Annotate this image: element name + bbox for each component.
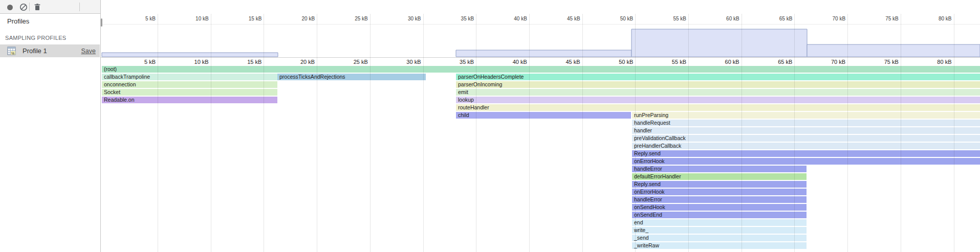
flame-bar-write_[interactable]: write_	[632, 227, 807, 234]
ruler-tick-label: 80 kB	[915, 59, 952, 65]
overview-memory-segment[interactable]	[102, 53, 278, 57]
flame-bar-handleError[interactable]: handleError	[632, 196, 807, 203]
ruler-tick-label: 65 kB	[755, 16, 792, 21]
flame-bar-Readable.on[interactable]: Readable.on	[102, 97, 277, 103]
flame-bar-Reply.send[interactable]: Reply.send	[632, 150, 980, 157]
profile-name: Profile 1	[23, 47, 47, 55]
flame-bar-callbackTrampoline[interactable]: callbackTrampoline	[102, 74, 277, 80]
ruler-tick-label: 15 kB	[225, 16, 262, 21]
ruler-tick-label: 25 kB	[331, 59, 368, 65]
ruler-tick-label: 20 kB	[278, 59, 315, 65]
flame-bar-runPreParsing[interactable]: runPreParsing	[632, 112, 980, 119]
overview-memory-segment[interactable]	[631, 29, 807, 57]
flame-bar-onSendEnd[interactable]: onSendEnd	[632, 212, 807, 218]
ruler-tick-label: 50 kB	[596, 16, 633, 21]
svg-text:%: %	[11, 52, 14, 55]
record-button[interactable]	[7, 5, 13, 10]
ruler-tick-label: 30 kB	[384, 59, 421, 65]
flame-bar-onErrorHook[interactable]: onErrorHook	[632, 158, 980, 165]
flame-bar-defaultErrorHandler[interactable]: defaultErrorHandler	[632, 173, 807, 180]
allocation-flame-chart: (root)callbackTrampolineprocessTicksAndR…	[101, 65, 980, 252]
flame-bar-lookup[interactable]: lookup	[456, 97, 980, 103]
profile-table-icon: %	[7, 47, 16, 55]
profiles-sidebar: Profiles SAMPLING PROFILES % Profile 1 S…	[0, 14, 100, 252]
clear-icon	[19, 3, 28, 12]
clear-profiles-button[interactable]	[19, 3, 28, 12]
flame-bar-_writeRaw[interactable]: _writeRaw	[632, 242, 807, 249]
sidebar-title: Profiles	[7, 17, 29, 25]
flame-bar-routeHandler[interactable]: routeHandler	[456, 104, 980, 111]
flame-bar-preValidationCallback[interactable]: preValidationCallback	[632, 135, 980, 142]
sampling-chart-pane: 5 kB10 kB15 kB20 kB25 kB30 kB35 kB40 kB4…	[100, 0, 980, 252]
ruler-tick-label: 5 kB	[119, 16, 156, 21]
ruler-tick-label: 25 kB	[331, 16, 368, 21]
save-profile-link[interactable]: Save	[81, 48, 96, 55]
flame-bar-onErrorHook[interactable]: onErrorHook	[632, 189, 807, 195]
ruler-tick-label: 40 kB	[490, 59, 527, 65]
overview-size-ruler: 5 kB10 kB15 kB20 kB25 kB30 kB35 kB40 kB4…	[101, 14, 980, 25]
sidebar-item-profile-1[interactable]: % Profile 1 Save	[0, 44, 100, 57]
flame-bar-handler[interactable]: handler	[632, 127, 980, 134]
ruler-tick-label: 20 kB	[278, 16, 315, 21]
flamechart-size-ruler: 5 kB10 kB15 kB20 kB25 kB30 kB35 kB40 kB4…	[101, 57, 980, 65]
ruler-tick-label: 5 kB	[119, 59, 156, 65]
flame-bar-Socket[interactable]: Socket	[102, 89, 277, 96]
flame-bar-emit[interactable]: emit	[456, 89, 980, 96]
flame-bar-onconnection[interactable]: onconnection	[102, 81, 277, 88]
ruler-tick-label: 45 kB	[543, 16, 580, 21]
toolbar-pane-separator	[79, 3, 80, 11]
ruler-tick-label: 70 kB	[809, 59, 845, 65]
memory-overview-graph[interactable]	[101, 24, 980, 57]
flame-bar-_send[interactable]: _send	[632, 235, 807, 241]
flame-bar-handleError[interactable]: handleError	[632, 166, 807, 172]
ruler-tick-label: 15 kB	[225, 59, 262, 65]
ruler-tick-label: 60 kB	[703, 16, 739, 21]
ruler-tick-label: 70 kB	[809, 16, 845, 21]
ruler-tick-label: 55 kB	[649, 59, 686, 65]
delete-profile-button[interactable]	[33, 3, 42, 12]
overview-memory-segment[interactable]	[807, 44, 980, 57]
ruler-tick-label: 50 kB	[596, 59, 633, 65]
flame-bar-(root)[interactable]: (root)	[102, 66, 980, 73]
ruler-tick-label: 75 kB	[862, 59, 899, 65]
flame-bar-parserOnHeadersComplete[interactable]: parserOnHeadersComplete	[456, 74, 980, 80]
ruler-tick-label: 80 kB	[915, 16, 952, 21]
ruler-tick-label: 60 kB	[703, 59, 739, 65]
ruler-tick-label: 35 kB	[437, 59, 474, 65]
ruler-tick-label: 55 kB	[649, 16, 686, 21]
ruler-tick-label: 75 kB	[862, 16, 899, 21]
overview-memory-segment[interactable]	[456, 50, 631, 57]
overview-scrollbar-thumb[interactable]	[101, 18, 102, 27]
flame-bar-end[interactable]: end	[632, 219, 807, 226]
flame-bar-Reply.send[interactable]: Reply.send	[632, 181, 807, 188]
flame-bar-processTicksAndRejections[interactable]: processTicksAndRejections	[277, 74, 426, 80]
flame-bar-parserOnIncoming[interactable]: parserOnIncoming	[456, 81, 980, 88]
ruler-tick-label: 40 kB	[490, 16, 527, 21]
ruler-tick-label: 10 kB	[172, 16, 209, 21]
flame-bar-preHandlerCallback[interactable]: preHandlerCallback	[632, 143, 980, 149]
flame-bar-child[interactable]: child	[456, 112, 631, 119]
ruler-tick-label: 30 kB	[384, 16, 421, 21]
sampling-profiles-section-label: SAMPLING PROFILES	[5, 35, 66, 41]
ruler-tick-label: 35 kB	[437, 16, 474, 21]
flame-bar-onSendHook[interactable]: onSendHook	[632, 204, 807, 211]
ruler-tick-label: 45 kB	[543, 59, 580, 65]
trash-icon	[33, 3, 42, 12]
ruler-tick-label: 65 kB	[755, 59, 792, 65]
ruler-tick-label: 10 kB	[172, 59, 209, 65]
toolbar-separator	[29, 3, 30, 11]
flame-bar-handleRequest[interactable]: handleRequest	[632, 120, 980, 126]
